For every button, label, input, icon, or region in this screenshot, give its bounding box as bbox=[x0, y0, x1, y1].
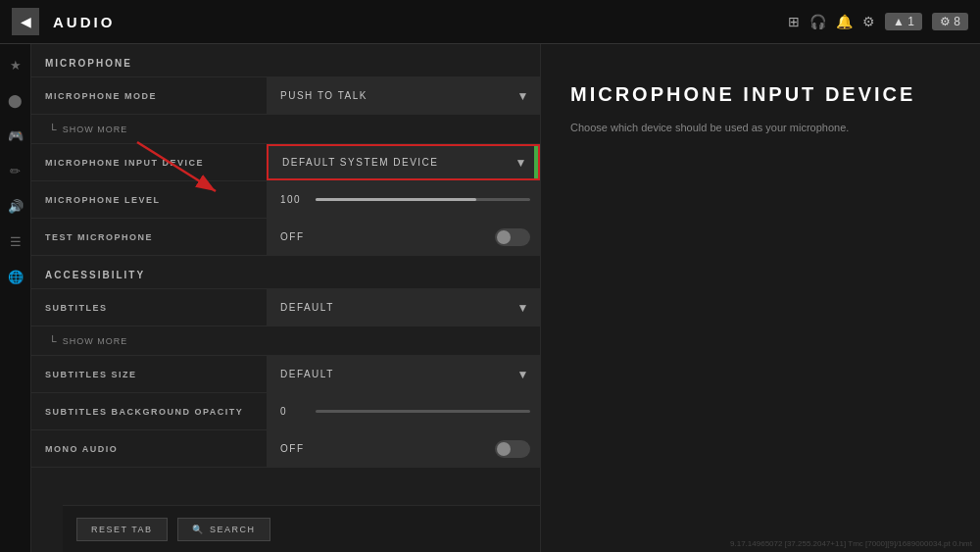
microphone-section-header: MICROPHONE bbox=[31, 44, 540, 77]
microphone-input-device-value[interactable]: DEFAULT SYSTEM DEVICE ▼ bbox=[267, 144, 540, 180]
microphone-input-device-label: MICROPHONE INPUT DEVICE bbox=[31, 158, 267, 168]
microphone-mode-text: PUSH TO TALK bbox=[280, 90, 368, 101]
subtitles-bg-opacity-number: 0 bbox=[280, 406, 308, 417]
microphone-mode-value[interactable]: PUSH TO TALK ▼ bbox=[267, 77, 540, 114]
microphone-level-fill bbox=[316, 198, 476, 201]
topbar-icons: ⊞ 🎧 🔔 ⚙ ▲ 1 ⚙ 8 bbox=[788, 13, 968, 30]
sidebar-icon-gamepad[interactable]: 🎮 bbox=[5, 125, 26, 146]
page-title: AUDIO bbox=[53, 14, 788, 30]
microphone-input-device-row: MICROPHONE INPUT DEVICE DEFAULT SYSTEM D… bbox=[31, 144, 540, 181]
microphone-mode-label: MICROPHONE MODE bbox=[31, 91, 267, 101]
sidebar-icon-network[interactable]: 🌐 bbox=[5, 266, 26, 287]
sidebar-icon-audio[interactable]: 🔊 bbox=[5, 195, 26, 217]
subtitles-bg-opacity-label: SUBTITLES BACKGROUND OPACITY bbox=[31, 407, 267, 417]
microphone-level-value[interactable]: 100 bbox=[267, 181, 540, 218]
search-icon: 🔍 bbox=[192, 525, 205, 534]
subtitles-bg-opacity-value[interactable]: 0 bbox=[267, 393, 540, 429]
debug-text: 9.17.14965072 [37.255.2047+11] Tmc [7000… bbox=[730, 539, 972, 548]
bottom-bar: RESET TAB 🔍 Search bbox=[63, 505, 541, 552]
accessibility-show-more-icon: └ bbox=[49, 335, 57, 347]
subtitles-value[interactable]: DEFAULT ▼ bbox=[267, 289, 540, 326]
test-microphone-value: OFF bbox=[267, 219, 540, 255]
subtitles-size-text: DEFAULT bbox=[280, 369, 334, 379]
headphone-icon[interactable]: 🎧 bbox=[809, 14, 826, 29]
settings-icon[interactable]: ⚙ bbox=[862, 14, 875, 29]
microphone-level-slider-container: 100 bbox=[280, 194, 530, 205]
microphone-mode-row: MICROPHONE MODE PUSH TO TALK ▼ bbox=[31, 77, 540, 115]
main-layout: ★ ⬤ 🎮 ✏ 🔊 ☰ 🌐 MICROPHONE MICROPHONE MODE… bbox=[0, 44, 980, 552]
sidebar-icon-star[interactable]: ★ bbox=[5, 54, 26, 75]
search-label: Search bbox=[210, 525, 256, 534]
test-microphone-row: TEST MICROPHONE OFF bbox=[31, 219, 540, 256]
mono-audio-knob bbox=[497, 442, 511, 456]
mono-audio-row: MONO AUDIO OFF bbox=[31, 430, 540, 468]
mono-audio-toggle[interactable] bbox=[495, 440, 530, 458]
info-desc: Choose which device should be used as yo… bbox=[570, 120, 864, 136]
test-microphone-text: OFF bbox=[280, 231, 305, 242]
notification-icon[interactable]: 🔔 bbox=[836, 14, 853, 29]
microphone-level-row: MICROPHONE LEVEL 100 bbox=[31, 181, 540, 219]
test-microphone-label: TEST MICROPHONE bbox=[31, 232, 267, 242]
reset-tab-button[interactable]: RESET TAB bbox=[76, 518, 168, 541]
back-button[interactable]: ◀ bbox=[12, 8, 39, 35]
microphone-level-label: MICROPHONE LEVEL bbox=[31, 195, 267, 205]
accessibility-show-more-row[interactable]: └ SHOW MORE bbox=[31, 326, 540, 356]
microphone-input-device-arrow: ▼ bbox=[515, 156, 528, 170]
info-title: MICROPHONE INPUT DEVICE bbox=[570, 83, 951, 106]
microphone-level-number: 100 bbox=[280, 194, 308, 205]
subtitles-size-row: SUBTITLES SIZE DEFAULT ▼ bbox=[31, 356, 540, 393]
microphone-input-device-text: DEFAULT SYSTEM DEVICE bbox=[282, 157, 439, 168]
subtitles-size-arrow: ▼ bbox=[517, 368, 530, 381]
info-panel: MICROPHONE INPUT DEVICE Choose which dev… bbox=[541, 44, 980, 552]
topbar: ◀ AUDIO ⊞ 🎧 🔔 ⚙ ▲ 1 ⚙ 8 bbox=[0, 0, 980, 44]
microphone-level-track[interactable] bbox=[316, 198, 530, 201]
subtitles-row: SUBTITLES DEFAULT ▼ bbox=[31, 289, 540, 326]
badge-1: ▲ 1 bbox=[885, 13, 922, 30]
badge-2: ⚙ 8 bbox=[932, 13, 968, 30]
subtitles-arrow: ▼ bbox=[517, 301, 530, 315]
subtitles-text: DEFAULT bbox=[280, 302, 334, 313]
subtitles-bg-opacity-row: SUBTITLES BACKGROUND OPACITY 0 bbox=[31, 393, 540, 430]
test-microphone-toggle[interactable] bbox=[495, 228, 530, 246]
sidebar-icons: ★ ⬤ 🎮 ✏ 🔊 ☰ 🌐 bbox=[0, 44, 31, 552]
subtitles-bg-opacity-track[interactable] bbox=[316, 410, 530, 413]
show-more-text: SHOW MORE bbox=[63, 125, 128, 134]
sidebar-icon-list[interactable]: ☰ bbox=[5, 230, 26, 252]
settings-panel: MICROPHONE MICROPHONE MODE PUSH TO TALK … bbox=[31, 44, 541, 552]
search-button[interactable]: 🔍 Search bbox=[177, 518, 270, 541]
sidebar-icon-edit[interactable]: ✏ bbox=[5, 160, 26, 181]
microphone-show-more-row[interactable]: └ SHOW MORE bbox=[31, 115, 540, 144]
accessibility-show-more-text: SHOW MORE bbox=[63, 336, 128, 346]
subtitles-label: SUBTITLES bbox=[31, 303, 267, 313]
accessibility-section-header: ACCESSIBILITY bbox=[31, 256, 540, 289]
mono-audio-value: OFF bbox=[267, 430, 540, 467]
show-more-icon: └ bbox=[49, 124, 57, 135]
mono-audio-label: MONO AUDIO bbox=[31, 444, 267, 454]
subtitles-size-value[interactable]: DEFAULT ▼ bbox=[267, 356, 540, 392]
microphone-mode-arrow: ▼ bbox=[517, 89, 530, 103]
subtitles-bg-opacity-slider-container: 0 bbox=[280, 406, 530, 417]
subtitles-size-label: SUBTITLES SIZE bbox=[31, 370, 267, 379]
mono-audio-text: OFF bbox=[280, 443, 305, 454]
sidebar-icon-dot[interactable]: ⬤ bbox=[5, 89, 26, 111]
grid-icon[interactable]: ⊞ bbox=[788, 14, 800, 29]
test-microphone-knob bbox=[497, 230, 511, 244]
